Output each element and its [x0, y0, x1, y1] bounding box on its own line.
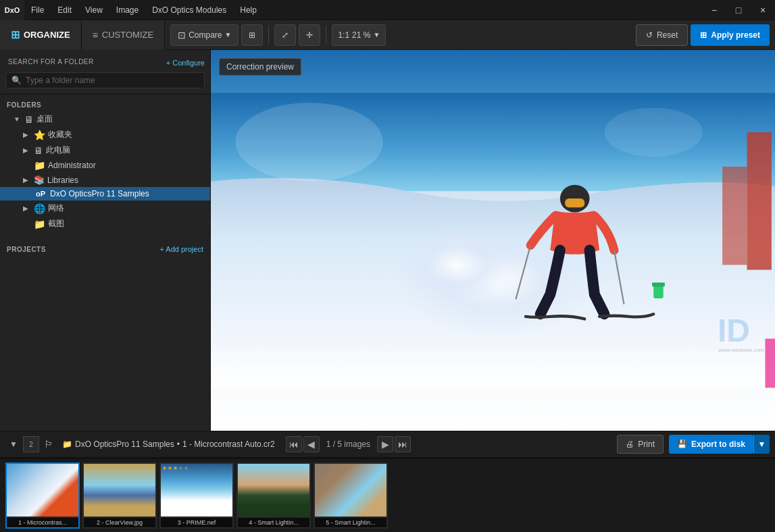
export-dropdown-button[interactable]: ▼ [753, 435, 770, 454]
filmstrip-thumb-4 [315, 464, 386, 516]
toolbar-right: ⊡ Compare ▼ ⊞ ⤢ ✛ 1:1 21 % ▼ ↺ Reset ⊞ A… [165, 24, 775, 46]
compare-icon: ⊡ [178, 30, 186, 41]
folder-item-dxo-samples[interactable]: ▶ oP DxO OpticsPro 11 Samples [0, 187, 210, 201]
search-section: SEARCH FOR A FOLDER + Configure 🔍 [0, 50, 210, 95]
minimize-button[interactable]: − [702, 0, 726, 20]
folder-path-icon: 📁 [62, 440, 72, 449]
folder-path: 📁 DxO OpticsPro 11 Samples • 1 - Microco… [62, 440, 275, 449]
search-input[interactable] [26, 76, 199, 85]
bullet-separator: • [177, 440, 180, 449]
nav-last-button[interactable]: ⏭ [395, 436, 411, 452]
reset-button[interactable]: ↺ Reset [636, 24, 688, 46]
fit-icon: ⤢ [282, 30, 289, 40]
customize-button[interactable]: ≡ CUSTOMIZE [82, 20, 166, 50]
rating-down-button[interactable]: ▼ [5, 436, 22, 452]
toolbar: ⊞ ORGANIZE ≡ CUSTOMIZE ⊡ Compare ▼ ⊞ ⤢ ✛… [0, 20, 775, 50]
organize-label: ORGANIZE [24, 30, 70, 40]
filmstrip-label-1: 2 - ClearView.jpg [84, 518, 155, 527]
filmstrip-stars-2: ★ ★ ★ ★ ★ [162, 465, 189, 471]
image-counter: 1 / 5 images [321, 440, 376, 449]
folder-favorites-label: 收藏夹 [48, 129, 72, 140]
sidebar: SEARCH FOR A FOLDER + Configure 🔍 FOLDER… [0, 50, 211, 431]
filmstrip-item-0[interactable]: 1 - Microcontras... [5, 462, 80, 529]
folder-network-icon: 🌐 [34, 203, 45, 214]
nav-prev-button[interactable]: ◀ [303, 436, 320, 452]
folder-desktop-icon: 🖥 [24, 114, 34, 125]
menu-file[interactable]: File [24, 0, 51, 20]
filmstrip-thumb-0 [7, 464, 78, 516]
filmstrip-label-0: 1 - Microcontras... [7, 518, 78, 527]
organize-button[interactable]: ⊞ ORGANIZE [0, 20, 82, 50]
menu-optics[interactable]: DxO Optics Modules [145, 0, 233, 20]
toolbar-separator-1 [268, 26, 269, 45]
export-button[interactable]: 💾 Export to disk [669, 435, 753, 454]
compare-button[interactable]: ⊡ Compare ▼ [170, 24, 239, 46]
apply-preset-button[interactable]: ⊞ Apply preset [691, 24, 770, 46]
maximize-button[interactable]: □ [726, 0, 751, 20]
rating-selector[interactable]: 2 [23, 436, 39, 452]
folder-item-thispc[interactable]: ▶ 🖥 此电脑 [0, 142, 210, 158]
add-project-button[interactable]: + Add project [159, 245, 203, 253]
folder-item-screenshot[interactable]: ▶ 📁 截图 [0, 216, 210, 232]
customize-label: CUSTOMIZE [102, 30, 153, 40]
projects-header: PROJECTS + Add project [0, 242, 210, 256]
menu-help[interactable]: Help [233, 0, 264, 20]
preset-icon: ⊞ [700, 30, 707, 40]
filmstrip-item-1[interactable]: 2 - ClearView.jpg [82, 462, 157, 529]
configure-button[interactable]: + Configure [166, 59, 205, 67]
svg-point-2 [398, 225, 516, 304]
expand-icon: ▼ [14, 115, 22, 123]
folder-item-desktop[interactable]: ▼ 🖥 桌面 [0, 111, 210, 127]
star-5: ★ [184, 465, 189, 471]
filmstrip: 1 - Microcontras... 2 - ClearView.jpg ★ … [0, 458, 775, 532]
star-3: ★ [173, 465, 178, 471]
zoom-ratio-label: 1:1 [338, 30, 349, 40]
search-label: SEARCH FOR A FOLDER [5, 55, 97, 70]
menu-view[interactable]: View [78, 0, 109, 20]
svg-rect-6 [565, 198, 584, 207]
filmstrip-item-2[interactable]: ★ ★ ★ ★ ★ 3 - PRIME.nef [159, 462, 234, 529]
folder-item-network[interactable]: ▶ 🌐 网络 [0, 201, 210, 216]
svg-rect-4 [722, 167, 747, 265]
menu-edit[interactable]: Edit [51, 0, 78, 20]
flag-button[interactable]: 🏳 [41, 436, 57, 452]
filmstrip-item-3[interactable]: 4 - Smart Lightin... [236, 462, 311, 529]
menu-image[interactable]: Image [109, 0, 145, 20]
zoom-control[interactable]: 1:1 21 % ▼ [332, 24, 386, 46]
correction-preview-label: Correction preview [226, 62, 294, 72]
folder-network-label: 网络 [48, 203, 64, 214]
projects-section: PROJECTS + Add project [0, 232, 210, 256]
folder-admin-label: Administrator [48, 161, 96, 170]
filmstrip-label-4: 5 - Smart Lightin... [315, 518, 386, 527]
filmstrip-label-2: 3 - PRIME.nef [161, 518, 232, 527]
move-button[interactable]: ✛ [299, 24, 320, 46]
nav-first-button[interactable]: ⏮ [286, 436, 302, 452]
folder-path-name: DxO OpticsPro 11 Samples [75, 440, 174, 449]
folder-dxo-icon: oP [34, 189, 47, 198]
fit-button[interactable]: ⤢ [274, 24, 296, 46]
folders-title: FOLDERS [7, 101, 41, 109]
expand-icon-ss: ▶ [23, 220, 31, 228]
filmstrip-item-4[interactable]: 5 - Smart Lightin... [314, 462, 388, 529]
fullscreen-button[interactable]: ⊞ [241, 24, 263, 46]
print-button[interactable]: 🖨 Print [617, 435, 664, 454]
folder-item-admin[interactable]: ▶ 📁 Administrator [0, 158, 210, 173]
toolbar-separator-2 [326, 26, 326, 45]
current-filename: 1 - Microcontrast Auto.cr2 [182, 440, 275, 449]
rating-controls: ▼ 2 🏳 [5, 436, 57, 452]
correction-preview-button[interactable]: Correction preview [219, 58, 301, 76]
export-label: Export to disk [691, 440, 745, 449]
svg-rect-9 [653, 285, 664, 298]
star-2: ★ [168, 465, 172, 471]
folder-item-favorites[interactable]: ▶ ⭐ 收藏夹 [0, 127, 210, 142]
bottom-bar: ▼ 2 🏳 📁 DxO OpticsPro 11 Samples • 1 - M… [0, 431, 775, 458]
star-4: ★ [178, 465, 183, 471]
reset-label: Reset [657, 30, 678, 40]
compare-label: Compare [189, 30, 222, 40]
close-button[interactable]: × [751, 0, 775, 20]
folder-dxo-label: DxO OpticsPro 11 Samples [50, 189, 149, 198]
folder-item-libraries[interactable]: ▶ 📚 Libraries [0, 173, 210, 187]
nav-next-button[interactable]: ▶ [377, 436, 393, 452]
folder-desktop-label: 桌面 [36, 113, 53, 125]
svg-point-13 [604, 107, 703, 157]
